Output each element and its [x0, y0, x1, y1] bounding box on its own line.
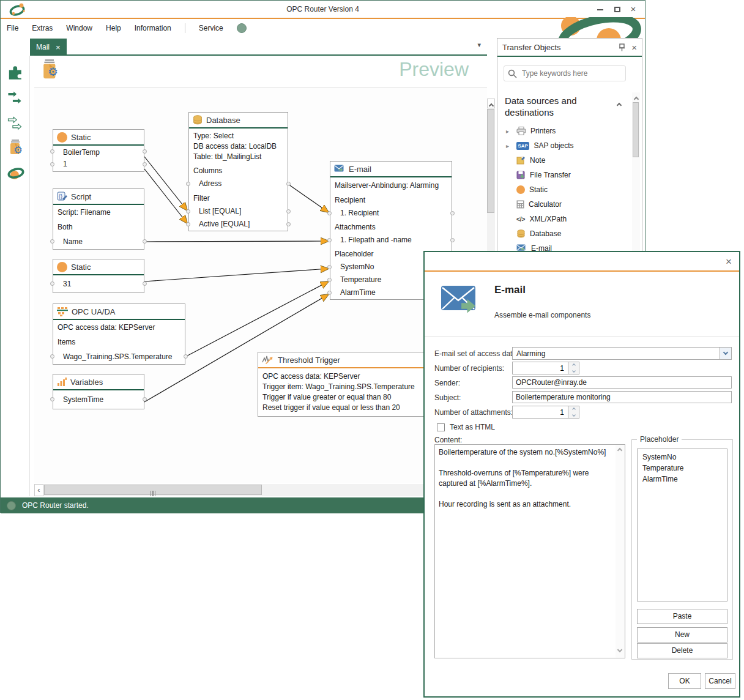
placeholder-item[interactable]: SystemNo — [638, 452, 727, 463]
placeholder-item[interactable]: Temperature — [638, 463, 727, 474]
tab-list-dropdown-icon[interactable]: ▾ — [477, 41, 481, 49]
spinner-buttons[interactable] — [568, 362, 579, 374]
collapse-chevron-icon[interactable] — [617, 103, 622, 108]
expand-icon[interactable]: ▸ — [506, 128, 512, 135]
connector-dot[interactable] — [327, 238, 332, 242]
item-file-transfer[interactable]: File Transfer — [506, 168, 622, 182]
dialog-close-icon[interactable]: × — [726, 256, 732, 268]
paste-button[interactable]: Paste — [637, 609, 727, 624]
section-header[interactable]: Data sources and destinations — [505, 95, 615, 118]
text-as-html-checkbox[interactable] — [437, 423, 445, 431]
plugins-icon[interactable] — [7, 64, 25, 83]
connector-dot[interactable] — [50, 239, 54, 244]
item-calculator[interactable]: Calculator — [506, 198, 622, 211]
close-button[interactable]: × — [627, 4, 640, 15]
search-box[interactable] — [504, 65, 626, 81]
subject-input[interactable] — [512, 391, 732, 403]
connector-dot[interactable] — [327, 211, 332, 215]
recipients-spinner[interactable] — [512, 362, 579, 374]
project-settings-icon[interactable]: ⚙ — [7, 139, 25, 157]
item-database[interactable]: Database — [506, 227, 622, 240]
connector-dot[interactable] — [143, 397, 147, 401]
new-button[interactable]: New — [637, 627, 727, 642]
menu-help[interactable]: Help — [106, 24, 121, 32]
node-row: Name — [63, 237, 83, 246]
connector-dot[interactable] — [327, 291, 332, 295]
node-row: Active [EQUAL] — [199, 220, 250, 228]
connector-dot[interactable] — [327, 265, 332, 269]
recipients-input[interactable] — [513, 362, 567, 374]
node-database[interactable]: Database Type: Select DB access data: Lo… — [188, 112, 288, 231]
cancel-button[interactable]: Cancel — [705, 673, 735, 689]
attachments-spinner[interactable] — [512, 406, 579, 419]
menu-service[interactable]: Service — [199, 24, 223, 32]
minimize-button[interactable] — [593, 4, 607, 15]
panel-close-icon[interactable]: × — [631, 42, 637, 53]
item-sap-objects[interactable]: ▸ SAP SAP objects — [506, 139, 622, 152]
connector-dot[interactable] — [327, 278, 332, 282]
access-data-select[interactable]: Alarming — [512, 347, 732, 360]
flow-canvas[interactable]: ⚙ Preview Static Boiler — [34, 54, 487, 483]
content-textarea[interactable]: Boilertemperature of the system no.[%Sys… — [434, 444, 625, 658]
node-script[interactable]: {} Script Script: Filename Both Name — [53, 188, 144, 250]
item-note[interactable]: Note — [506, 154, 622, 167]
menu-window[interactable]: Window — [66, 24, 92, 32]
node-opc[interactable]: OPC UA/DA OPC access data: KEPServer Ite… — [53, 303, 185, 365]
vscroll-thumb[interactable] — [487, 109, 494, 213]
connector-dot[interactable] — [50, 397, 54, 401]
delete-button[interactable]: Delete — [637, 643, 727, 658]
dropdown-button[interactable] — [720, 348, 731, 359]
sender-input[interactable] — [512, 376, 732, 389]
node-static-31[interactable]: Static 31 — [53, 259, 144, 293]
connector-dot[interactable] — [286, 209, 291, 214]
attachments-input[interactable] — [513, 406, 567, 418]
menu-extras[interactable]: Extras — [32, 24, 53, 32]
menu-information[interactable]: Information — [135, 24, 171, 32]
connector-dot[interactable] — [286, 182, 291, 186]
connector-dot[interactable] — [184, 354, 188, 359]
menu-file[interactable]: File — [7, 24, 18, 32]
connector-dot[interactable] — [450, 211, 455, 215]
transfer-connections-icon[interactable] — [7, 90, 25, 108]
node-variables[interactable]: Variables SystemTime — [53, 374, 144, 409]
connector-dot[interactable] — [143, 281, 147, 286]
database-icon — [193, 115, 203, 125]
tab-close-icon[interactable]: × — [56, 43, 61, 52]
window-title: OPC Router Version 4 — [1, 5, 645, 13]
hscroll-thumb[interactable] — [44, 485, 262, 495]
connector-dot[interactable] — [186, 222, 190, 226]
connector-dot[interactable] — [50, 162, 54, 166]
spinner-buttons[interactable] — [568, 406, 579, 418]
maximize-button[interactable] — [611, 4, 624, 15]
item-static[interactable]: Static — [506, 183, 622, 196]
connector-dot[interactable] — [143, 149, 147, 154]
node-static-boilertemp[interactable]: Static BoilerTemp 1 — [53, 129, 144, 172]
placeholder-item[interactable]: AlarmTime — [638, 474, 727, 485]
connector-dot[interactable] — [50, 149, 54, 154]
inray-logo-icon[interactable] — [7, 165, 25, 183]
expand-icon[interactable]: ▸ — [506, 143, 512, 149]
ok-button[interactable]: OK — [668, 673, 701, 689]
node-threshold-trigger[interactable]: Threshold Trigger OPC access data: KEPSe… — [258, 352, 424, 417]
connector-dot[interactable] — [50, 354, 54, 359]
item-xml-xpath[interactable]: </> XML/XPath — [506, 212, 622, 226]
pin-icon[interactable] — [619, 43, 625, 51]
panel-scroll-thumb[interactable] — [633, 102, 639, 157]
item-printers[interactable]: ▸ Printers — [506, 124, 622, 138]
search-input[interactable] — [522, 69, 614, 78]
connector-dot[interactable] — [450, 238, 455, 242]
placeholder-listbox[interactable]: SystemNo Temperature AlarmTime — [637, 449, 727, 601]
canvas-hscrollbar[interactable]: ‹ — [34, 484, 487, 496]
connector-dot[interactable] — [186, 182, 190, 186]
tab-mail[interactable]: Mail × — [30, 39, 67, 56]
template-connections-icon[interactable] — [7, 116, 25, 134]
scroll-up-button[interactable] — [487, 99, 495, 108]
connector-dot[interactable] — [186, 209, 190, 214]
content-scrollbar[interactable] — [616, 445, 625, 658]
connector-dot[interactable] — [143, 239, 147, 244]
static-icon — [57, 262, 67, 272]
connector-dot[interactable] — [143, 162, 147, 166]
scroll-left-button[interactable]: ‹ — [34, 484, 43, 496]
connector-dot[interactable] — [286, 222, 291, 226]
connector-dot[interactable] — [50, 281, 54, 286]
